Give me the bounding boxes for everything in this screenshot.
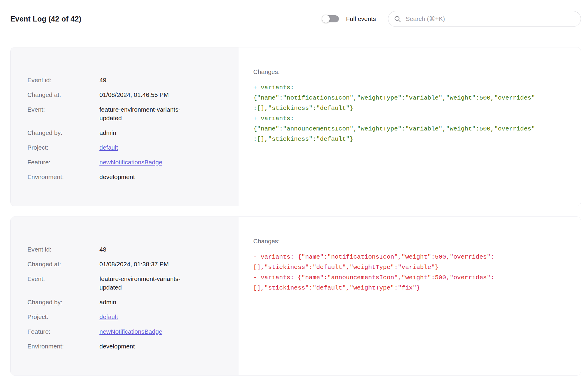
- full-events-switch[interactable]: [322, 15, 339, 23]
- meta-label: Event id:: [27, 245, 99, 254]
- meta-row-changed-by: Changed by: admin: [27, 128, 227, 137]
- meta-label: Environment:: [27, 342, 99, 350]
- meta-row-event: Event: feature-environment-variants-upda…: [27, 275, 227, 292]
- changes-label: Changes:: [253, 237, 567, 245]
- meta-value: development: [99, 342, 135, 350]
- search-box[interactable]: [388, 11, 581, 27]
- meta-row-changed-by: Changed by: admin: [27, 298, 227, 306]
- meta-value: 49: [99, 76, 106, 84]
- meta-label: Changed at:: [27, 90, 99, 99]
- meta-value: admin: [99, 298, 116, 306]
- meta-row-changed-at: Changed at: 01/08/2024, 01:46:55 PM: [27, 90, 227, 99]
- search-input[interactable]: [405, 15, 575, 23]
- meta-label: Environment:: [27, 173, 99, 181]
- project-link[interactable]: default: [99, 312, 118, 321]
- meta-value: development: [99, 173, 135, 181]
- meta-label: Changed by:: [27, 128, 99, 137]
- meta-row-feature: Feature: newNotificationsBadge: [27, 158, 227, 166]
- diff-deletion: - variants: {"name":"notificationsIcon",…: [253, 252, 567, 272]
- event-meta-panel: Event id: 48 Changed at: 01/08/2024, 01:…: [11, 217, 239, 375]
- changes-label: Changes:: [253, 67, 567, 76]
- meta-row-project: Project: default: [27, 143, 227, 152]
- full-events-toggle-group: Full events: [322, 15, 376, 23]
- event-card: Event id: 48 Changed at: 01/08/2024, 01:…: [10, 216, 581, 376]
- search-icon: [394, 15, 402, 23]
- meta-row-changed-at: Changed at: 01/08/2024, 01:38:37 PM: [27, 260, 227, 268]
- full-events-label: Full events: [346, 15, 376, 22]
- feature-link[interactable]: newNotificationsBadge: [99, 327, 162, 336]
- event-list: Event id: 49 Changed at: 01/08/2024, 01:…: [10, 47, 581, 376]
- meta-row-environment: Environment: development: [27, 173, 227, 181]
- meta-label: Event:: [27, 275, 99, 292]
- meta-label: Event id:: [27, 76, 99, 84]
- meta-value: 01/08/2024, 01:38:37 PM: [99, 260, 169, 268]
- page-title: Event Log (42 of 42): [10, 15, 81, 23]
- meta-row-project: Project: default: [27, 312, 227, 321]
- meta-row-feature: Feature: newNotificationsBadge: [27, 327, 227, 336]
- meta-label: Project:: [27, 312, 99, 321]
- event-log-page: Event Log (42 of 42) Full events Ev: [0, 0, 588, 377]
- meta-label: Changed at:: [27, 260, 99, 268]
- diff-addition: + variants: {"name":"notificationsIcon",…: [253, 82, 567, 113]
- event-card: Event id: 49 Changed at: 01/08/2024, 01:…: [10, 47, 581, 206]
- meta-label: Feature:: [27, 158, 99, 166]
- meta-row-environment: Environment: development: [27, 342, 227, 350]
- meta-value: feature-environment-variants-updated: [99, 105, 191, 122]
- meta-row-event-id: Event id: 49: [27, 76, 227, 84]
- event-changes-panel: Changes: + variants: {"name":"notificati…: [239, 47, 581, 206]
- meta-row-event-id: Event id: 48: [27, 245, 227, 254]
- diff-addition: + variants: {"name":"announcementsIcon",…: [253, 113, 567, 144]
- meta-value: 48: [99, 245, 106, 254]
- meta-label: Project:: [27, 143, 99, 152]
- meta-value: admin: [99, 128, 116, 137]
- meta-value: 01/08/2024, 01:46:55 PM: [99, 90, 169, 99]
- meta-label: Changed by:: [27, 298, 99, 306]
- meta-row-event: Event: feature-environment-variants-upda…: [27, 105, 227, 122]
- meta-value: feature-environment-variants-updated: [99, 275, 191, 292]
- event-meta-panel: Event id: 49 Changed at: 01/08/2024, 01:…: [11, 47, 239, 206]
- meta-label: Event:: [27, 105, 99, 122]
- event-changes-panel: Changes: - variants: {"name":"notificati…: [239, 217, 581, 375]
- project-link[interactable]: default: [99, 143, 118, 152]
- meta-label: Feature:: [27, 327, 99, 336]
- diff-deletion: - variants: {"name":"announcementsIcon",…: [253, 272, 567, 293]
- page-header: Event Log (42 of 42) Full events: [10, 0, 581, 38]
- feature-link[interactable]: newNotificationsBadge: [99, 158, 162, 166]
